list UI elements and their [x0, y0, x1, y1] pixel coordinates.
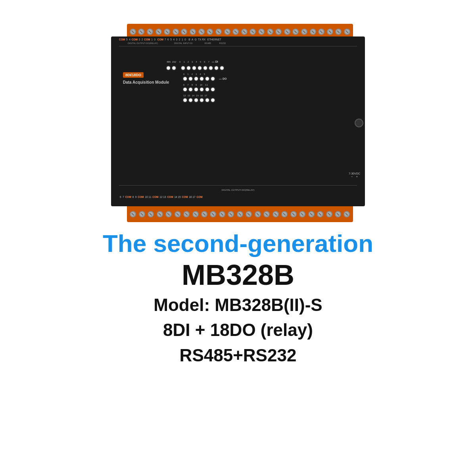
text-section: The second-generation MB328B Model: MB32… [0, 230, 476, 367]
led-485 [167, 66, 170, 70]
model-label: Data Acquisition Module [123, 80, 169, 84]
screw [290, 211, 297, 217]
led-232 [172, 66, 176, 70]
screw [281, 211, 288, 217]
led-dots-do-row3 [183, 98, 349, 102]
screw [155, 29, 162, 35]
screw [327, 29, 333, 35]
screw [139, 211, 145, 217]
tagline: The second-generation [0, 230, 476, 257]
screw [317, 211, 323, 217]
led-di-0 [181, 66, 185, 70]
screw [130, 29, 136, 35]
do-labels-row2: 6 7 8 9 10 11 [183, 84, 349, 86]
screw [173, 29, 179, 35]
screw [148, 211, 154, 217]
led-di-1 [187, 66, 190, 70]
screw [175, 211, 181, 217]
screw [183, 211, 190, 217]
bottom-section-label: DIGITAL OUTPUT-DO(RELAY) [119, 189, 357, 191]
led-area: 485 232 0 1 2 3 4 5 6 7 — DI [167, 60, 349, 102]
screw [201, 211, 207, 217]
screw [299, 211, 305, 217]
screw [301, 29, 307, 35]
led-do-8 [194, 88, 198, 91]
led-dots-do-row2 [183, 88, 349, 91]
screw [267, 29, 273, 35]
screw [224, 29, 230, 35]
led-do-1 [189, 77, 192, 81]
led-do-6 [183, 88, 187, 91]
led-do-5 [211, 77, 215, 81]
led-row-di-labels: 485 232 0 1 2 3 4 5 6 7 — DI [167, 60, 349, 63]
screw [263, 211, 270, 217]
screw [165, 211, 172, 217]
screw [273, 211, 279, 217]
device-image: COM 5 4 COM 3 2 COM 1 0 COM 7 6 5 4 3 2 … [111, 24, 365, 222]
screw [210, 211, 216, 217]
mount-hole [355, 119, 363, 127]
screw [255, 211, 261, 217]
screw [284, 29, 290, 35]
voltage-polarity: − + [349, 175, 360, 178]
led-di-5 [209, 66, 213, 70]
screw [344, 211, 350, 217]
screw [335, 29, 342, 35]
do-labels-row1: 0 1 2 3 4 5 [183, 73, 349, 75]
screw [215, 29, 222, 35]
do-labels-row3: 12 13 14 15 16 17 [183, 94, 349, 97]
screw [326, 211, 332, 217]
screw [241, 29, 248, 35]
badge: 8DI/18DO [123, 72, 144, 78]
led-do-0 [183, 77, 187, 81]
spec-io: 8DI + 18DO (relay) [0, 319, 476, 341]
screw [237, 211, 243, 217]
led-do-17 [211, 98, 215, 102]
led-do-13 [189, 98, 192, 102]
screw [228, 211, 234, 217]
screw [164, 29, 170, 35]
spec-model: Model: MB328B(II)-S [0, 294, 476, 316]
voltage-label: 7-30VDC − + [349, 172, 360, 178]
led-do-2 [194, 77, 198, 81]
screw [219, 211, 225, 217]
di-label: DIGITAL INPUT-DI [167, 42, 199, 44]
screw [147, 29, 153, 35]
led-do-9 [200, 88, 203, 91]
led-do-16 [205, 98, 209, 102]
screw [192, 211, 199, 217]
screw [258, 29, 265, 35]
screw [275, 29, 282, 35]
bottom-pin-labels: 6 7 COM 8 9 COM 10 11 COM 12 13 COM 14 1… [120, 196, 362, 198]
top-pin-annotation: COM 5 4 COM 3 2 COM 1 0 COM 7 6 5 4 3 2 … [119, 38, 357, 41]
rs485-label: RS485 [200, 42, 216, 44]
led-do-4 [205, 77, 209, 81]
screw [198, 29, 205, 35]
screw [130, 211, 136, 217]
bottom-divider [119, 185, 357, 186]
led-do-3 [200, 77, 203, 81]
led-di-2 [192, 66, 196, 70]
screw [181, 29, 187, 35]
screw [318, 29, 324, 35]
spec-comms: RS485+RS232 [0, 344, 476, 367]
screw [335, 211, 341, 217]
rs232-label: RS232 [217, 42, 228, 44]
screw [207, 29, 213, 35]
do-relay-label: DIGITAL OUTPUT-DO(RELAY) [119, 42, 167, 44]
screw [292, 29, 299, 35]
led-do-7 [189, 88, 192, 91]
terminal-bottom [127, 206, 353, 222]
led-dots-row1 [167, 66, 349, 70]
led-do-10 [205, 88, 209, 91]
led-do-14 [194, 98, 198, 102]
screw [308, 211, 315, 217]
screw [138, 29, 144, 35]
screw [310, 29, 316, 35]
product-name: MB328B [0, 259, 476, 291]
top-divider [119, 46, 357, 46]
led-do-15 [200, 98, 203, 102]
section-labels-top: DIGITAL OUTPUT-DO(RELAY) DIGITAL INPUT-D… [119, 42, 228, 44]
led-di-3 [198, 66, 202, 70]
led-do-11 [211, 88, 215, 91]
